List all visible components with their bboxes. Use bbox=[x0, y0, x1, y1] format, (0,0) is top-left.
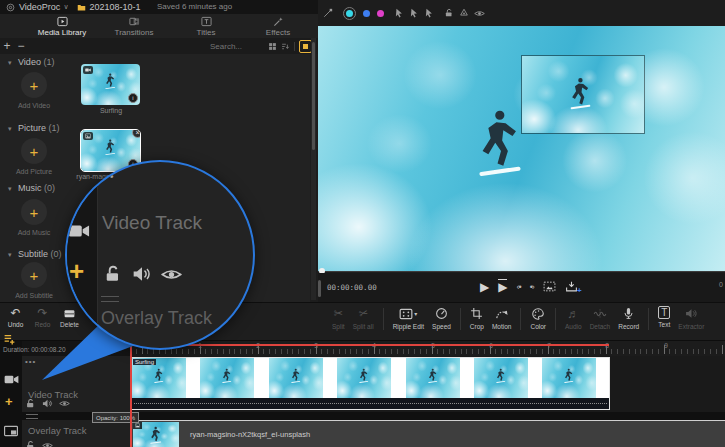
chevron-down-icon: ▾ bbox=[8, 125, 12, 132]
overlay-track-lane[interactable]: ryan-magsino-nX2tkqsf_eI-unsplash bbox=[130, 420, 725, 447]
add-subtitle-label: Add Subtitle bbox=[4, 292, 64, 299]
extractor-button[interactable]: Extractor bbox=[674, 306, 708, 330]
chevron-down-icon: ▾ bbox=[8, 251, 12, 258]
divider-handle-icon[interactable] bbox=[26, 414, 38, 419]
tab-titles[interactable]: Titles bbox=[170, 14, 242, 37]
media-item-surfing[interactable]: i bbox=[81, 64, 140, 105]
grid-view-icon[interactable] bbox=[268, 42, 277, 51]
ripple-edit-icon bbox=[399, 307, 413, 321]
lock-icon[interactable] bbox=[444, 8, 454, 18]
slope-tool-icon[interactable] bbox=[323, 8, 333, 18]
color-dot-cyan-selected[interactable] bbox=[343, 7, 356, 20]
color-dot-blue[interactable] bbox=[363, 10, 370, 17]
speaker-icon[interactable] bbox=[42, 398, 53, 409]
undo-button[interactable]: ↶ Undo bbox=[2, 307, 29, 328]
caret-down-icon: ▾ bbox=[414, 310, 417, 317]
record-button[interactable]: Record bbox=[614, 306, 643, 330]
eye-icon[interactable] bbox=[42, 440, 53, 447]
track-menu-icon[interactable]: ••• bbox=[25, 357, 36, 366]
ripple-edit-button[interactable]: ▾ Ripple Edit bbox=[389, 306, 428, 330]
app-menu[interactable]: VideoProc bbox=[19, 2, 60, 12]
pointer-icon[interactable] bbox=[424, 8, 434, 18]
add-picture-label: Add Picture bbox=[4, 168, 64, 175]
overlay-track-name: Overlay Track bbox=[28, 425, 87, 436]
speaker-icon bbox=[132, 264, 152, 284]
export-icon bbox=[565, 280, 578, 293]
remove-media-button[interactable]: − bbox=[14, 40, 28, 52]
videoproc-logo-icon bbox=[6, 3, 15, 12]
section-name: Picture bbox=[18, 123, 46, 133]
lock-icon bbox=[103, 264, 123, 284]
lock-icon[interactable] bbox=[25, 398, 36, 409]
tab-label: Transitions bbox=[115, 28, 154, 37]
split-all-button[interactable]: ✂ Split all bbox=[349, 306, 378, 330]
add-music-button[interactable]: + bbox=[21, 199, 47, 225]
chevron-down-icon: ▾ bbox=[8, 185, 12, 192]
overlay-clip-picture[interactable]: ryan-magsino-nX2tkqsf_eI-unsplash bbox=[131, 420, 725, 447]
add-picture-button[interactable]: + bbox=[21, 138, 47, 164]
section-name: Video bbox=[18, 57, 41, 67]
magnifier-circle: + ••• Video Track Overlay Track bbox=[65, 160, 255, 350]
video-track-lane[interactable]: Surfing bbox=[130, 356, 725, 412]
split-button[interactable]: ✂ Split bbox=[328, 306, 349, 330]
mask-anchor-icon[interactable] bbox=[459, 8, 469, 18]
add-track-icon[interactable] bbox=[3, 333, 16, 346]
previous-frame-button[interactable]: ‹• bbox=[516, 282, 520, 292]
app-menu-chevron-icon[interactable]: ∨ bbox=[63, 3, 68, 11]
video-track-header[interactable]: ••• Video Track bbox=[22, 356, 130, 412]
add-overlay-track-button[interactable]: + bbox=[5, 394, 13, 409]
picture-badge-icon bbox=[133, 422, 142, 429]
delete-button[interactable]: Delete bbox=[56, 307, 83, 328]
search-input[interactable] bbox=[208, 41, 264, 52]
section-count: (1) bbox=[43, 57, 54, 67]
overlay-track-header[interactable]: Overlay Track bbox=[22, 420, 130, 447]
video-badge-icon bbox=[83, 66, 93, 74]
video-clip-surfing[interactable]: Surfing bbox=[131, 357, 610, 410]
speed-button[interactable]: Speed bbox=[428, 306, 455, 330]
lock-icon[interactable] bbox=[25, 440, 36, 447]
crop-button[interactable]: Crop bbox=[466, 306, 488, 330]
tab-media-library[interactable]: Media Library bbox=[26, 14, 98, 40]
media-library-icon bbox=[57, 16, 68, 27]
export-button[interactable]: + bbox=[565, 280, 578, 293]
add-music-label: Add Music bbox=[4, 229, 64, 236]
close-icon[interactable]: × bbox=[132, 130, 140, 138]
eye-icon[interactable] bbox=[59, 398, 70, 409]
add-video-label: Add Video bbox=[4, 102, 64, 109]
info-icon[interactable]: i bbox=[128, 93, 138, 103]
pointer-star-icon[interactable] bbox=[394, 8, 404, 18]
sort-icon[interactable] bbox=[281, 42, 290, 51]
microphone-icon bbox=[622, 307, 635, 320]
playhead[interactable] bbox=[130, 341, 132, 447]
detach-button[interactable]: Detach bbox=[586, 306, 615, 330]
videoproc-window: VideoProc ∨ 202108-10-1 Saved 6 minutes … bbox=[0, 0, 725, 447]
text-button[interactable]: T Text bbox=[654, 306, 674, 328]
pointer-snap-icon[interactable] bbox=[409, 8, 419, 18]
library-scrollbar-thumb[interactable] bbox=[312, 42, 315, 150]
timeline-ruler[interactable]: 1 2 3 4 5 6 7 8 9 bbox=[130, 341, 725, 356]
frame-end-label: 0 bbox=[719, 281, 723, 288]
add-video-button[interactable]: + bbox=[21, 72, 47, 98]
add-media-button[interactable]: + bbox=[0, 40, 14, 52]
section-header-subtitle[interactable]: ▾ Subtitle (0) bbox=[8, 249, 62, 259]
add-subtitle-button[interactable]: + bbox=[21, 262, 47, 288]
picture-in-picture-overlay[interactable] bbox=[522, 56, 644, 133]
section-header-music[interactable]: ▾ Music (0) bbox=[8, 183, 55, 193]
play-button[interactable]: ▶ bbox=[480, 280, 489, 294]
color-dot-magenta[interactable] bbox=[377, 10, 384, 17]
motion-button[interactable]: Motion bbox=[488, 306, 516, 330]
tab-transitions[interactable]: Transitions bbox=[98, 14, 170, 37]
section-header-video[interactable]: ▾ Video (1) bbox=[8, 57, 54, 67]
duration-readout: Duration: 00:00:08.20 bbox=[3, 346, 66, 353]
panel-resize-handle[interactable] bbox=[318, 280, 321, 297]
next-frame-button[interactable]: •› bbox=[530, 282, 534, 292]
redo-button[interactable]: ↷ Redo bbox=[29, 307, 56, 328]
color-button[interactable]: Color bbox=[526, 306, 550, 330]
audio-button[interactable]: ♬ Audio bbox=[561, 306, 586, 330]
preview-progress-bar[interactable] bbox=[318, 271, 725, 272]
play-from-start-button[interactable]: ▶ bbox=[498, 279, 507, 294]
eye-icon[interactable] bbox=[474, 8, 485, 19]
snapshot-icon[interactable] bbox=[543, 280, 556, 293]
tab-effects[interactable]: Effects bbox=[242, 14, 314, 37]
section-header-picture[interactable]: ▾ Picture (1) bbox=[8, 123, 60, 133]
